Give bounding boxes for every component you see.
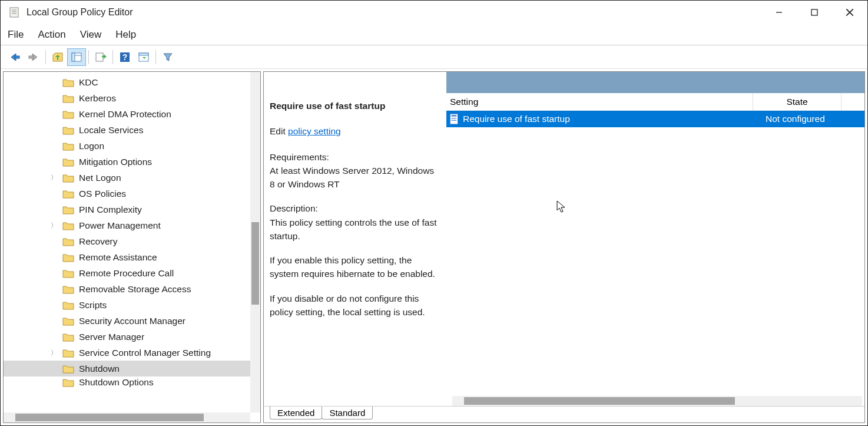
tree-item-label: Shutdown [79,364,123,374]
tree-item[interactable]: Scripts [4,297,260,313]
chevron-right-icon[interactable]: 〉 [51,221,60,230]
export-button[interactable] [91,48,110,66]
detail-panel: Shutdown Require use of fast startup Edi… [263,71,865,423]
settings-header[interactable]: Setting State [446,93,864,111]
tree-item-label: Removable Storage Access [79,284,191,295]
row-state: Not configured [753,114,864,124]
detail-scrollbar-horizontal[interactable] [452,396,862,406]
properties-button[interactable] [134,48,153,66]
back-button[interactable] [5,48,24,66]
tree-item[interactable]: Locale Services [4,122,260,138]
svg-rect-11 [72,53,75,61]
edit-line: Edit policy setting [270,124,440,138]
svg-rect-0 [10,8,18,17]
help-button[interactable]: ? [115,48,134,66]
tree-item-label: KDC [79,77,98,88]
menu-help[interactable]: Help [115,29,136,41]
description-block: Description: This policy setting control… [270,202,440,243]
svg-rect-8 [15,56,19,58]
description-pane: Require use of fast startup Edit policy … [264,72,446,406]
tree-item-label: Locale Services [79,125,143,136]
tree-item-label: Server Manager [79,332,144,342]
tree-scrollbar-vertical[interactable] [250,72,260,412]
description-p3: If you disable or do not configure this … [270,292,440,319]
tree-item[interactable]: 〉Service Control Manager Setting [4,345,260,361]
tree-item-label: Scripts [79,300,107,311]
app-icon [9,6,21,18]
close-button[interactable] [832,1,867,24]
requirements-block: Requirements: At least Windows Server 20… [270,150,440,191]
titlebar: Local Group Policy Editor [1,1,867,24]
tree-item[interactable]: Logon [4,138,260,154]
tree-item[interactable]: Server Manager [4,329,260,345]
svg-rect-17 [139,53,148,55]
row-setting-name: Require use of fast startup [463,114,753,124]
svg-rect-9 [29,56,34,58]
tree-item-label: Service Control Manager Setting [79,348,211,358]
column-state[interactable]: State [753,93,841,110]
tree-item-label: Remote Assistance [79,252,157,263]
svg-text:?: ? [122,52,128,62]
treeview-button[interactable] [67,48,86,66]
forward-button[interactable] [24,48,43,66]
tree-item-label: OS Policies [79,189,126,199]
tree-item[interactable]: 〉Power Management [4,217,260,233]
tree-item-label: PIN Complexity [79,204,142,215]
requirements-label: Requirements: [270,152,329,162]
tree-item-label: Shutdown Options [79,377,154,388]
tree-item-label: Net Logon [79,173,121,183]
edit-prefix: Edit [270,126,288,136]
svg-rect-5 [811,9,817,15]
tree-item-label: Logon [79,141,104,151]
tree-item[interactable]: Kernel DMA Protection [4,106,260,122]
tree-scrollbar-horizontal[interactable] [4,412,250,422]
maximize-button[interactable] [797,1,832,24]
tree-item[interactable]: OS Policies [4,186,260,202]
tree-item-label: Security Account Manager [79,316,185,326]
filter-button[interactable] [158,48,177,66]
column-blank[interactable] [841,93,864,110]
requirements-text: At least Windows Server 2012, Windows 8 … [270,166,434,189]
tab-extended[interactable]: Extended [270,407,322,420]
policy-title: Require use of fast startup [270,99,440,113]
tree-item[interactable]: PIN Complexity [4,202,260,217]
column-setting[interactable]: Setting [446,97,753,107]
chevron-right-icon[interactable]: 〉 [51,348,60,357]
tree-item-label: Remote Procedure Call [79,268,174,279]
tree-item[interactable]: 〉Net Logon [4,170,260,186]
tree-item[interactable]: Shutdown Options [4,377,260,388]
menubar: File Action View Help [1,24,867,45]
menu-view[interactable]: View [80,29,102,41]
tree-item[interactable]: Mitigation Options [4,154,260,170]
tab-standard[interactable]: Standard [322,407,373,420]
tree-item-label: Kernel DMA Protection [79,109,171,120]
menu-action[interactable]: Action [38,29,65,41]
tree-item[interactable]: Security Account Manager [4,313,260,329]
tree-item-label: Kerberos [79,93,116,104]
content-area: KDCKerberosKernel DMA ProtectionLocale S… [1,69,867,425]
tree-item[interactable]: Recovery [4,233,260,249]
window-title: Local Group Policy Editor [26,7,133,18]
tree-item[interactable]: Removable Storage Access [4,281,260,297]
description-p2: If you enable this policy setting, the s… [270,253,440,281]
policy-setting-link[interactable]: policy setting [288,126,341,136]
settings-row[interactable]: Require use of fast startup Not configur… [446,111,864,127]
tree-item[interactable]: Kerberos [4,90,260,106]
up-button[interactable] [48,48,67,66]
tree-item-label: Power Management [79,220,161,231]
tree-item[interactable]: Shutdown [4,361,260,377]
tree-list[interactable]: KDCKerberosKernel DMA ProtectionLocale S… [4,72,260,388]
menu-file[interactable]: File [8,29,24,41]
tree-panel: KDCKerberosKernel DMA ProtectionLocale S… [3,71,261,423]
policy-icon [449,113,460,125]
tree-item[interactable]: Remote Procedure Call [4,265,260,281]
tree-item[interactable]: Remote Assistance [4,249,260,265]
description-label: Description: [270,203,318,213]
settings-pane: Setting State Require use of fast startu… [446,93,864,406]
svg-rect-19 [451,115,456,116]
description-p1: This policy setting controls the use of … [270,217,436,241]
chevron-right-icon[interactable]: 〉 [51,173,60,182]
minimize-button[interactable] [761,1,797,24]
tree-item[interactable]: KDC [4,74,260,90]
tabs: Extended Standard [264,406,864,422]
